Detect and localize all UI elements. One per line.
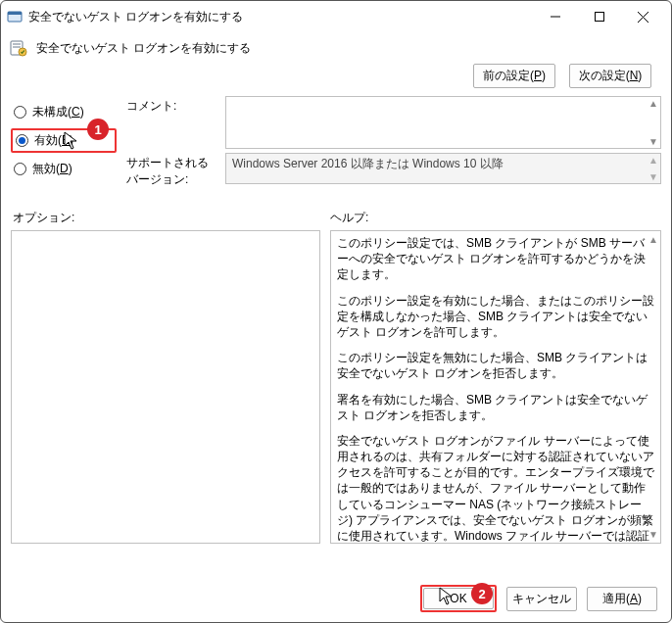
- cancel-button[interactable]: キャンセル: [506, 587, 577, 611]
- scroll-up-icon[interactable]: ▲: [648, 233, 658, 247]
- comment-label: コメント:: [126, 96, 219, 149]
- footer-buttons: OK キャンセル 適用(A): [420, 585, 657, 612]
- window-title: 安全でないゲスト ログオンを有効にする: [28, 9, 533, 25]
- annotation-callout-2: 2: [471, 583, 493, 604]
- window-controls: [533, 2, 665, 31]
- svg-rect-3: [595, 13, 603, 22]
- supported-on-box: Windows Server 2016 以降または Windows 10 以降 …: [225, 153, 661, 184]
- radio-disabled[interactable]: 無効(D): [11, 159, 117, 179]
- radio-icon: [14, 163, 26, 175]
- supported-label: サポートされるバージョン:: [126, 153, 219, 188]
- svg-rect-1: [8, 12, 22, 15]
- policy-title: 安全でないゲスト ログオンを有効にする: [36, 40, 663, 57]
- close-button[interactable]: [621, 2, 665, 31]
- scroll-up-icon: ▲: [648, 155, 658, 166]
- next-setting-button[interactable]: 次の設定(N): [569, 64, 651, 88]
- scroll-down-icon: ▼: [648, 171, 658, 182]
- comment-textarea[interactable]: ▲ ▼: [225, 96, 661, 149]
- help-pane[interactable]: このポリシー設定では、SMB クライアントが SMB サーバーへの安全でないゲス…: [330, 230, 661, 544]
- header-row: 安全でないゲスト ログオンを有効にする: [1, 32, 671, 58]
- scroll-down-icon[interactable]: ▼: [648, 528, 658, 542]
- titlebar: 安全でないゲスト ログオンを有効にする: [1, 1, 671, 32]
- content: 未構成(C) 有効(E) 無効(D) コメント: ▲ ▼ サポートされるバージョ…: [1, 88, 671, 544]
- help-text: このポリシー設定を無効にした場合、SMB クライアントは安全でないゲスト ログオ…: [337, 350, 654, 381]
- options-pane: [11, 230, 320, 544]
- radio-icon: [16, 134, 28, 147]
- apply-button[interactable]: 適用(A): [587, 587, 657, 611]
- policy-icon: [9, 38, 28, 58]
- state-radio-group: 未構成(C) 有効(E) 無効(D): [11, 96, 117, 192]
- radio-icon: [14, 106, 26, 119]
- help-text: 署名を有効にした場合、SMB クライアントは安全でないゲスト ログオンを拒否しま…: [337, 392, 654, 423]
- scroll-down-icon[interactable]: ▼: [648, 136, 658, 147]
- help-text: 安全でないゲスト ログオンがファイル サーバーによって使用されるのは、共有フォル…: [337, 433, 654, 544]
- help-text: このポリシー設定では、SMB クライアントが SMB サーバーへの安全でないゲス…: [337, 235, 654, 283]
- help-label: ヘルプ:: [330, 210, 368, 226]
- minimize-button[interactable]: [533, 2, 577, 31]
- supported-on-value: Windows Server 2016 以降または Windows 10 以降: [232, 157, 504, 170]
- scroll-up-icon[interactable]: ▲: [648, 98, 658, 109]
- annotation-callout-1: 1: [87, 119, 109, 140]
- app-icon: [7, 9, 23, 24]
- help-text: このポリシー設定を有効にした場合、またはこのポリシー設定を構成しなかった場合、S…: [337, 293, 654, 341]
- options-label: オプション:: [13, 210, 330, 226]
- maximize-button[interactable]: [577, 2, 621, 31]
- previous-setting-button[interactable]: 前の設定(P): [473, 64, 555, 88]
